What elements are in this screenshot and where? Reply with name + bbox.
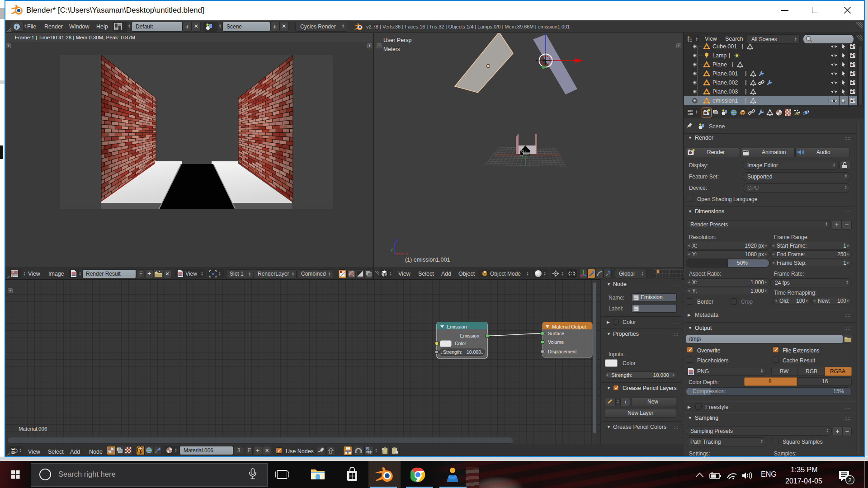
svg-text:◂: ◂ xyxy=(440,351,442,355)
svg-text:y: y xyxy=(391,247,393,252)
svg-text:Emission: Emission xyxy=(447,324,467,329)
svg-text:Displacement: Displacement xyxy=(548,349,577,354)
svg-text:Color: Color xyxy=(455,341,467,346)
svg-text:10.000: 10.000 xyxy=(467,349,481,355)
svg-text:2: 2 xyxy=(848,477,852,483)
svg-text:z: z xyxy=(396,238,398,243)
svg-text:Emission: Emission xyxy=(460,333,479,338)
svg-text:Volume: Volume xyxy=(548,339,564,345)
svg-text:x: x xyxy=(406,251,408,256)
svg-text:Material Output: Material Output xyxy=(552,324,586,329)
svg-text:Strength:: Strength: xyxy=(443,349,462,355)
svg-text:Surface: Surface xyxy=(548,331,564,336)
svg-text:▸: ▸ xyxy=(481,351,483,355)
